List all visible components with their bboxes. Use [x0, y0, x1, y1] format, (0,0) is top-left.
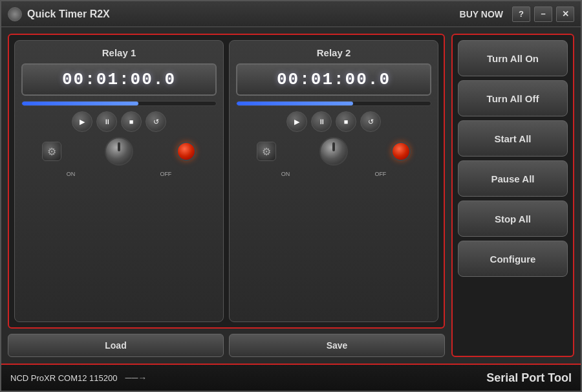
start-all-button[interactable]: Start All — [458, 120, 568, 157]
relay-2-play-button[interactable]: ▶ — [286, 111, 307, 132]
relay-2-knob[interactable] — [319, 137, 348, 166]
buy-now-label: BUY NOW — [460, 9, 503, 19]
app-icon — [8, 7, 22, 21]
relay-1-off-label: OFF — [160, 171, 171, 177]
stop-all-button[interactable]: Stop All — [458, 201, 568, 237]
save-button[interactable]: Save — [229, 334, 445, 357]
relay-1-timer: 00:01:00.0 — [21, 63, 217, 96]
minimize-button[interactable]: − — [534, 6, 552, 22]
relay-1-title: Relay 1 — [102, 47, 136, 58]
relay-1-settings-button[interactable]: ⚙ — [42, 142, 61, 161]
relay-1-knob[interactable] — [105, 137, 133, 166]
relay-2-settings-button[interactable]: ⚙ — [257, 142, 276, 161]
status-left: NCD ProXR COM12 115200 ──→ — [10, 373, 486, 383]
configure-button[interactable]: Configure — [458, 241, 568, 277]
relay-1-play-button[interactable]: ▶ — [72, 111, 92, 132]
relay-container: Relay 1 00:01:00.0 ▶ ⏸ ■ ↺ ⚙ — [8, 34, 445, 329]
relay-2-title: Relay 2 — [317, 47, 351, 58]
relay-1-controls: ▶ ⏸ ■ ↺ — [72, 111, 166, 132]
relay-2-off-label: OFF — [374, 171, 386, 177]
app-window: Quick Timer R2X BUY NOW ? − ✕ Relay 1 00… — [0, 0, 582, 392]
main-content: Relay 1 00:01:00.0 ▶ ⏸ ■ ↺ ⚙ — [1, 27, 581, 364]
relay-1-bottom: ⚙ — [21, 137, 217, 166]
relay-1-progress-track — [21, 101, 217, 106]
serial-port-tool-label: Serial Port Tool — [486, 371, 572, 385]
port-info: NCD ProXR COM12 115200 — [10, 373, 117, 383]
right-panel: Turn All On Turn All Off Start All Pause… — [451, 34, 574, 357]
relay-2-stop-button[interactable]: ■ — [336, 111, 356, 132]
relay-2-bottom: ⚙ — [236, 137, 431, 166]
relay-1-pause-button[interactable]: ⏸ — [96, 111, 117, 132]
relay-1-card: Relay 1 00:01:00.0 ▶ ⏸ ■ ↺ ⚙ — [14, 40, 224, 322]
relay-2-labels: ON OFF — [236, 171, 431, 177]
relay-2-on-label: ON — [281, 171, 290, 177]
pause-all-button[interactable]: Pause All — [458, 160, 568, 197]
relay-2-timer: 00:01:00.0 — [236, 63, 431, 96]
close-button[interactable]: ✕ — [556, 6, 574, 22]
status-bar: NCD ProXR COM12 115200 ──→ Serial Port T… — [1, 364, 581, 391]
relay-2-reset-button[interactable]: ↺ — [360, 111, 381, 132]
relay-2-power-button[interactable] — [391, 142, 411, 161]
turn-all-on-button[interactable]: Turn All On — [458, 40, 568, 76]
app-title: Quick Timer R2X — [27, 8, 460, 20]
relay-1-progress-fill — [22, 102, 138, 105]
title-bar-controls: BUY NOW ? − ✕ — [460, 6, 574, 22]
status-arrow: ──→ — [125, 373, 147, 383]
relay-1-on-label: ON — [67, 171, 76, 177]
relay-2-controls: ▶ ⏸ ■ ↺ — [286, 111, 381, 132]
turn-all-off-button[interactable]: Turn All Off — [458, 80, 568, 116]
relay-1-stop-button[interactable]: ■ — [121, 111, 142, 132]
left-panel: Relay 1 00:01:00.0 ▶ ⏸ ■ ↺ ⚙ — [8, 34, 445, 357]
relay-2-progress-track — [236, 101, 431, 106]
help-button[interactable]: ? — [512, 6, 530, 22]
relay-1-reset-button[interactable]: ↺ — [146, 111, 166, 132]
relay-2-progress-fill — [237, 102, 353, 105]
relay-1-power-button[interactable] — [177, 142, 196, 161]
relay-2-card: Relay 2 00:01:00.0 ▶ ⏸ ■ ↺ ⚙ — [229, 40, 438, 322]
bottom-buttons: Load Save — [8, 334, 445, 357]
load-button[interactable]: Load — [8, 334, 224, 357]
title-bar: Quick Timer R2X BUY NOW ? − ✕ — [1, 1, 581, 27]
relay-2-pause-button[interactable]: ⏸ — [311, 111, 332, 132]
relay-1-labels: ON OFF — [21, 171, 217, 177]
